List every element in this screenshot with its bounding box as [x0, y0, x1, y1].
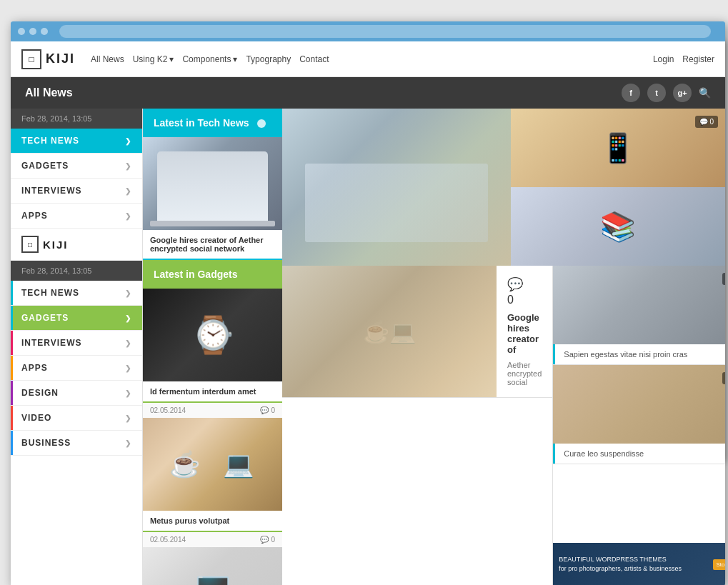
- sidebar-item-gadgets-1[interactable]: GADGETS ❯: [11, 154, 142, 179]
- main-wrapper: □ KIJI All News Using K2 ▾ Components ▾ …: [0, 0, 728, 585]
- featured-subtitle: Aether encrypted social: [507, 361, 542, 386]
- sidebar-item-gadgets-2[interactable]: GADGETS ❯: [11, 306, 142, 331]
- center-panel: Latest in Tech News Google hires creator…: [143, 109, 282, 585]
- twitter-icon[interactable]: t: [647, 84, 666, 102]
- featured-article-image: [282, 266, 497, 397]
- comment-badge-right-2: 💬 0: [722, 372, 725, 384]
- comment-icon: 💬: [507, 276, 523, 292]
- featured-article[interactable]: 💬 0 Google hires creator of Aether encry…: [282, 266, 552, 398]
- googleplus-icon[interactable]: g+: [673, 84, 692, 102]
- nav-allnews[interactable]: All News: [91, 54, 124, 64]
- gadget-article-1-title: Id fermentum interdum amet: [143, 381, 282, 403]
- logo-area[interactable]: □ KIJI: [21, 49, 75, 69]
- sidebar-logo[interactable]: □ KIJI: [11, 229, 142, 261]
- social-icons: f t g+ 🔍: [622, 84, 711, 102]
- sidebar-technews-label-1: TECH NEWS: [21, 136, 79, 146]
- sidebar-apps-label-2: APPS: [21, 363, 48, 373]
- gadget-article-1[interactable]: Id fermentum interdum amet 02.05.2014 💬 …: [143, 289, 282, 418]
- facebook-icon[interactable]: f: [622, 84, 640, 102]
- hero-area: 💬 0: [282, 109, 725, 266]
- comment-badge-top: 💬 0: [695, 116, 718, 128]
- address-bar[interactable]: [59, 25, 711, 38]
- hero-small-top[interactable]: 💬 0: [511, 109, 725, 187]
- right-article-2[interactable]: 💬 0 Curae leo suspendisse: [553, 365, 725, 464]
- left-sidebar: Feb 28, 2014, 13:05 TECH NEWS ❯ GADGETS …: [11, 109, 143, 585]
- gadget-2-title-text: Metus purus volutpat: [150, 516, 229, 525]
- chevron-right-icon: ❯: [125, 187, 131, 195]
- hero-small-bottom[interactable]: [511, 187, 725, 266]
- article-list-right: 💬 0 Sapien egestas vitae nisi proin cras…: [552, 266, 725, 585]
- chevron-right-icon: ❯: [125, 439, 131, 447]
- gadget-article-1-meta: 02.05.2014 💬 0: [143, 403, 282, 418]
- tech-title-text: Google hires creator of Aether encrypted…: [150, 236, 264, 253]
- search-icon[interactable]: 🔍: [699, 87, 711, 99]
- chevron-right-icon: ❯: [125, 414, 131, 422]
- right-text-2: Curae leo suspendisse: [564, 449, 644, 458]
- gadget-1-title-text: Id fermentum interdum amet: [150, 387, 256, 396]
- sidebar-logo-text: KIJI: [43, 239, 69, 251]
- featured-title: Google hires creator of: [507, 312, 542, 355]
- chevron-right-icon: ❯: [125, 389, 131, 397]
- gadget-article-2[interactable]: Metus purus volutpat 02.05.2014 💬 0: [143, 418, 282, 547]
- chevron-right-icon: ❯: [125, 137, 131, 145]
- gadget-2-date: 02.05.2014: [150, 536, 186, 544]
- right-main: 💬 0: [282, 109, 725, 585]
- sidebar-item-apps-2[interactable]: APPS ❯: [11, 356, 142, 381]
- gadget-watch-image: [143, 289, 282, 381]
- sidebar-item-interviews-1[interactable]: INTERVIEWS ❯: [11, 179, 142, 204]
- right-text-1: Sapien egestas vitae nisi proin cras: [564, 350, 687, 359]
- right-article-2-text: Curae leo suspendisse: [553, 444, 725, 464]
- sidebar-item-video[interactable]: VIDEO ❯: [11, 406, 142, 431]
- article-list-left: 💬 0 Google hires creator of Aether encry…: [282, 266, 552, 585]
- sidebar-item-interviews-2[interactable]: INTERVIEWS ❯: [11, 331, 142, 356]
- sidebar-gadgets-label-1: GADGETS: [21, 161, 69, 171]
- sidebar-item-apps-1[interactable]: APPS ❯: [11, 204, 142, 229]
- all-news-title: All News: [25, 86, 73, 99]
- nav-login[interactable]: Login: [653, 54, 674, 64]
- sidebar-item-technews-1[interactable]: TECH NEWS ❯: [11, 129, 142, 154]
- wp-advertisement[interactable]: BEAUTIFUL WORDPRESS THEMES for pro photo…: [553, 543, 725, 585]
- hero-large-image[interactable]: [282, 109, 511, 266]
- sidebar-item-design[interactable]: DESIGN ❯: [11, 381, 142, 406]
- nav-typography[interactable]: Typography: [246, 54, 291, 64]
- main-layout: Feb 28, 2014, 13:05 TECH NEWS ❯ GADGETS …: [11, 109, 725, 585]
- chrome-dot-1: [18, 28, 25, 35]
- comment-badge-right-1: 💬 0: [722, 273, 725, 285]
- nav-contact[interactable]: Contact: [299, 54, 329, 64]
- sidebar-technews-label-2: TECH NEWS: [21, 288, 79, 298]
- gadget-desk-image: [143, 547, 282, 585]
- chevron-right-icon: ❯: [125, 289, 131, 297]
- chevron-right-icon: ❯: [125, 212, 131, 220]
- hero-small: 💬 0: [511, 109, 725, 266]
- all-news-bar: All News f t g+ 🔍: [11, 77, 725, 109]
- browser-chrome: [11, 21, 725, 41]
- sidebar-item-business[interactable]: BUSINESS ❯: [11, 431, 142, 456]
- chevron-right-icon: ❯: [125, 364, 131, 372]
- tech-news-header: Latest in Tech News: [143, 109, 282, 137]
- chevron-right-icon: ❯: [125, 162, 131, 170]
- tech-article-card[interactable]: Google hires creator of Aether encrypted…: [143, 137, 282, 260]
- wp-ad-logo: StoryTeller: [713, 559, 725, 570]
- front-nav: □ KIJI All News Using K2 ▾ Components ▾ …: [11, 41, 725, 77]
- chevron-right-icon: ❯: [125, 314, 131, 322]
- nav-components-label: Components: [182, 54, 231, 64]
- nav-register[interactable]: Register: [682, 54, 714, 64]
- nav-usingk2[interactable]: Using K2 ▾: [133, 54, 174, 64]
- gadget-article-3[interactable]: [143, 547, 282, 585]
- sidebar-item-technews-2[interactable]: TECH NEWS ❯: [11, 281, 142, 306]
- wp-ad-content: BEAUTIFUL WORDPRESS THEMES for pro photo…: [559, 555, 707, 573]
- gadget-1-date: 02.05.2014: [150, 406, 186, 414]
- right-article-1[interactable]: 💬 0 Sapien egestas vitae nisi proin cras: [553, 266, 725, 365]
- sidebar-apps-label-1: APPS: [21, 211, 48, 221]
- featured-comment: 💬 0: [507, 276, 542, 306]
- gadget-coffee-image: [143, 418, 282, 511]
- comment-count-1: 💬 0: [260, 406, 275, 414]
- nav-components[interactable]: Components ▾: [182, 54, 237, 64]
- article-list-area: 💬 0 Google hires creator of Aether encry…: [282, 266, 725, 585]
- right-article-2-image: 💬 0: [553, 365, 725, 444]
- sidebar-date-2: Feb 28, 2014, 13:05: [11, 261, 142, 281]
- chevron-down-icon: ▾: [233, 54, 237, 64]
- browser-front: □ KIJI All News Using K2 ▾ Components ▾ …: [11, 21, 725, 585]
- comment-count-2: 💬 0: [260, 536, 275, 544]
- tech-article-title: Google hires creator of Aether encrypted…: [143, 230, 282, 260]
